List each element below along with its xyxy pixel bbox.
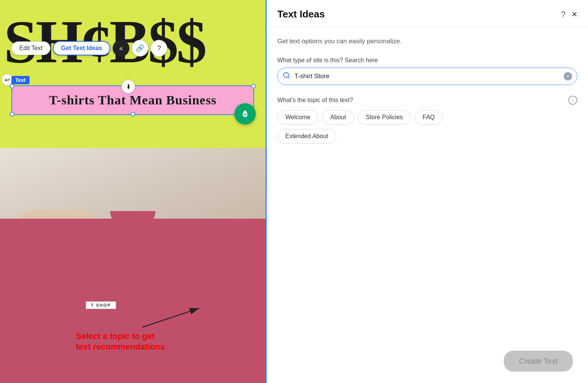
annotation-line2: text recommendations [76,342,165,353]
clear-icon: × [566,73,569,79]
site-type-label: What type of site is this? Search here [277,57,577,64]
banner-text: T-shirts That Mean Business [49,93,217,107]
back-icon: « [119,44,123,52]
topic-welcome-button[interactable]: Welcome [277,110,318,125]
topic-buttons: Welcome About Store Policies FAQ [277,110,577,125]
panel-help-icon[interactable]: ? [561,9,566,19]
topic-store-policies-button[interactable]: Store Policies [358,110,411,125]
search-input-wrapper: × [277,68,577,85]
tshirt-label: T SHOP [86,301,116,309]
panel-title: Text Ideas [277,8,325,20]
edit-text-button[interactable]: Edit Text [11,41,50,55]
toolbar: Edit Text Get Text Ideas « 🔗 ? [11,40,167,57]
download-icon: ⬇ [126,83,131,90]
panel-header: Text Ideas ? × [267,0,588,27]
panel-body: Get text options you can easily personal… [267,27,588,383]
topic-buttons-row2: Extended About [277,129,577,143]
link-icon: 🔗 [136,44,144,52]
annotation-arrow-svg [135,304,211,335]
text-badge: Text [11,76,30,84]
annotation: Select a topic to get text recommendatio… [76,331,165,353]
selection-handle-tl[interactable] [10,84,14,88]
back-icon-button[interactable]: « [113,40,129,57]
topic-label: What's the topic of this text? [277,97,353,104]
topic-about-button[interactable]: About [322,110,354,125]
panel-description: Get text options you can easily personal… [277,36,577,46]
panel-header-actions: ? × [561,8,577,20]
help-icon: ? [157,44,161,52]
topic-faq-button[interactable]: FAQ [415,110,443,125]
topic-info-icon[interactable]: i [568,96,577,105]
help-icon-button[interactable]: ? [151,40,167,57]
create-text-button[interactable]: Create Text [504,351,573,372]
search-clear-button[interactable]: × [564,72,572,80]
topic-section-header: What's the topic of this text? i [277,96,577,105]
site-type-search-input[interactable] [277,68,577,85]
link-icon-button[interactable]: 🔗 [132,40,148,57]
grammarly-button[interactable] [234,103,256,125]
tshirt-area: T SHOP [0,219,266,383]
selection-handle-tr[interactable] [251,84,256,88]
search-icon [283,71,290,81]
topic-extended-about-button[interactable]: Extended About [277,129,336,143]
undo-icon: ↩ [5,76,10,84]
panel-close-button[interactable]: × [572,8,577,20]
selection-handle-bl[interactable] [10,112,14,117]
right-panel: Text Ideas ? × Get text options you can … [266,0,588,383]
svg-line-4 [288,77,289,78]
download-button[interactable]: ⬇ [121,80,135,93]
selection-handle-bm[interactable] [130,112,135,117]
get-text-ideas-button[interactable]: Get Text Ideas [53,41,110,55]
